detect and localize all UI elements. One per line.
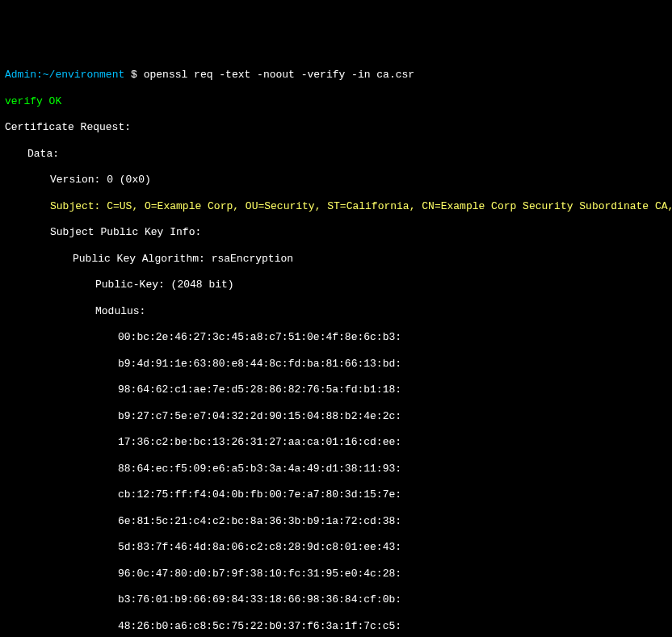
modulus-line: b9:27:c7:5e:e7:04:32:2d:90:15:04:88:b2:4… <box>5 410 667 423</box>
prompt-user: Admin: <box>5 69 43 81</box>
modulus-label: Modulus: <box>5 305 667 318</box>
modulus-line: 5d:83:7f:46:4d:8a:06:c2:c8:28:9d:c8:01:e… <box>5 541 667 554</box>
modulus-line: b9:4d:91:1e:63:80:e8:44:8c:fd:ba:81:66:1… <box>5 358 667 371</box>
prompt-line[interactable]: Admin:~/environment $ openssl req -text … <box>5 69 667 82</box>
modulus-line: 6e:81:5c:21:c4:c2:bc:8a:36:3b:b9:1a:72:c… <box>5 515 667 528</box>
prompt-path: ~/environment <box>43 69 124 81</box>
verify-status: verify OK <box>5 95 667 108</box>
modulus-line: 96:0c:47:80:d0:b7:9f:38:10:fc:31:95:e0:4… <box>5 568 667 580</box>
command-text: openssl req -text -noout -verify -in ca.… <box>144 69 414 81</box>
data-label: Data: <box>5 148 667 161</box>
modulus-line: 17:36:c2:be:bc:13:26:31:27:aa:ca:01:16:c… <box>5 436 667 449</box>
terminal-output: Admin:~/environment $ openssl req -text … <box>5 56 667 637</box>
modulus-line: b3:76:01:b9:66:69:84:33:18:66:98:36:84:c… <box>5 593 667 606</box>
pka-line: Public Key Algorithm: rsaEncryption <box>5 253 667 266</box>
modulus-line: 48:26:b0:a6:c8:5c:75:22:b0:37:f6:3a:1f:7… <box>5 620 667 633</box>
prompt-dollar: $ <box>131 69 137 81</box>
pubkey-line: Public-Key: (2048 bit) <box>5 279 667 291</box>
modulus-line: 00:bc:2e:46:27:3c:45:a8:c7:51:0e:4f:8e:6… <box>5 331 667 344</box>
modulus-line: 98:64:62:c1:ae:7e:d5:28:86:82:76:5a:fd:b… <box>5 383 667 396</box>
spki-label: Subject Public Key Info: <box>5 226 667 239</box>
version-line: Version: 0 (0x0) <box>5 174 667 186</box>
subject-line: Subject: C=US, O=Example Corp, OU=Securi… <box>5 200 667 213</box>
modulus-line: 88:64:ec:f5:09:e6:a5:b3:3a:4a:49:d1:38:1… <box>5 463 667 476</box>
modulus-line: cb:12:75:ff:f4:04:0b:fb:00:7e:a7:80:3d:1… <box>5 488 667 501</box>
cert-request-header: Certificate Request: <box>5 121 667 134</box>
